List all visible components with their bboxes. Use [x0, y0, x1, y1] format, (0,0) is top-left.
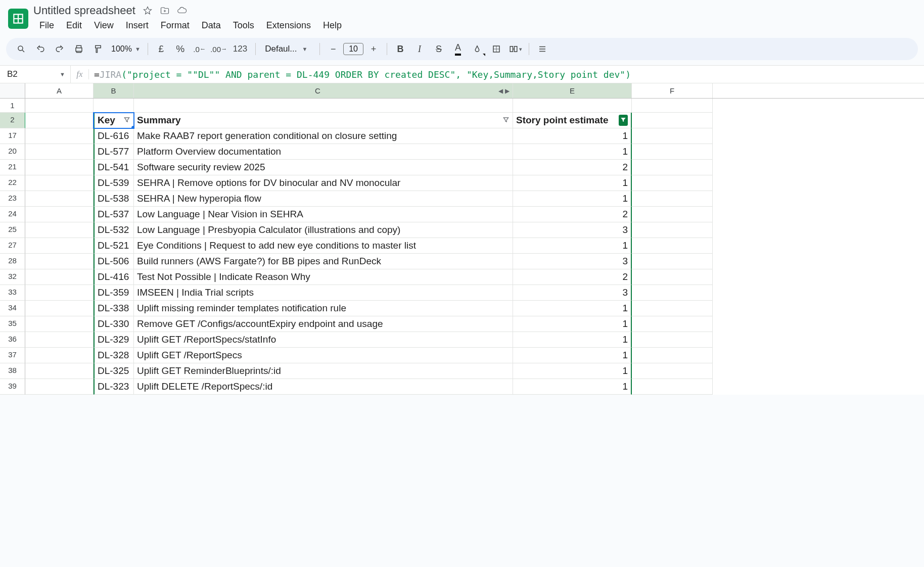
menu-view[interactable]: View	[88, 18, 120, 33]
cell-empty[interactable]	[25, 222, 94, 238]
decrease-font-size-button[interactable]: −	[324, 41, 342, 57]
row-header[interactable]: 21	[0, 160, 25, 175]
cell-empty[interactable]	[632, 363, 713, 379]
cell-empty[interactable]	[25, 160, 94, 175]
cell-empty[interactable]	[25, 254, 94, 269]
cell-summary[interactable]: Uplift DELETE /ReportSpecs/:id	[134, 379, 513, 395]
row-header[interactable]: 33	[0, 285, 25, 301]
row-header[interactable]: 1	[0, 99, 25, 113]
cell-empty[interactable]	[25, 363, 94, 379]
cell-sp[interactable]: 2	[513, 207, 632, 222]
cell-key[interactable]: DL-330	[94, 316, 134, 332]
cell-empty[interactable]	[25, 175, 94, 191]
cell-summary[interactable]: Make RAAB7 report generation conditional…	[134, 128, 513, 144]
row-header[interactable]: 38	[0, 363, 25, 379]
cell[interactable]	[513, 99, 632, 113]
borders-button[interactable]	[487, 41, 505, 57]
cell-summary[interactable]: Platform Overview documentation	[134, 144, 513, 160]
paint-format-icon[interactable]	[89, 41, 107, 57]
col-header-e[interactable]: E	[513, 83, 632, 98]
cell-empty[interactable]	[25, 144, 94, 160]
row-header[interactable]: 39	[0, 379, 25, 395]
move-icon[interactable]	[160, 6, 170, 16]
star-icon[interactable]	[143, 6, 153, 16]
fill-color-button[interactable]	[468, 41, 486, 57]
cell-empty[interactable]	[632, 332, 713, 348]
cell-sp[interactable]: 1	[513, 175, 632, 191]
menu-data[interactable]: Data	[196, 18, 227, 33]
cell-empty[interactable]	[632, 285, 713, 301]
menu-format[interactable]: Format	[155, 18, 196, 33]
cell-sp[interactable]: 1	[513, 363, 632, 379]
cell-empty[interactable]	[632, 254, 713, 269]
cell-key[interactable]: DL-329	[94, 332, 134, 348]
cell-empty[interactable]	[25, 379, 94, 395]
cell-key[interactable]: DL-506	[94, 254, 134, 269]
cell-key[interactable]: DL-532	[94, 222, 134, 238]
cell-summary[interactable]: Test Not Possible | Indicate Reason Why	[134, 269, 513, 285]
cell-key[interactable]: DL-325	[94, 363, 134, 379]
cell-empty[interactable]	[632, 301, 713, 316]
cell-empty[interactable]	[632, 191, 713, 207]
header-summary-cell[interactable]: Summary	[134, 113, 513, 128]
cell-empty[interactable]	[25, 191, 94, 207]
col-header-a[interactable]: A	[25, 83, 94, 98]
strikethrough-button[interactable]: S	[430, 41, 448, 57]
menu-edit[interactable]: Edit	[60, 18, 88, 33]
cell-empty[interactable]	[632, 238, 713, 254]
cell-sp[interactable]: 1	[513, 238, 632, 254]
cell-sp[interactable]: 2	[513, 269, 632, 285]
menu-tools[interactable]: Tools	[227, 18, 260, 33]
cell-empty[interactable]	[25, 332, 94, 348]
cell-summary[interactable]: Software security review 2025	[134, 160, 513, 175]
print-icon[interactable]	[70, 41, 88, 57]
cell-key[interactable]: DL-416	[94, 269, 134, 285]
undo-icon[interactable]	[31, 41, 50, 57]
cloud-status-icon[interactable]	[177, 6, 187, 16]
sheets-logo[interactable]	[8, 9, 28, 29]
hidden-col-indicator[interactable]: ◀▶	[498, 87, 510, 94]
cell-empty[interactable]	[632, 379, 713, 395]
cell-summary[interactable]: Uplift GET /ReportSpecs/statInfo	[134, 332, 513, 348]
row-header[interactable]: 23	[0, 191, 25, 207]
cell-empty[interactable]	[632, 269, 713, 285]
cell-summary[interactable]: Uplift GET ReminderBlueprints/:id	[134, 363, 513, 379]
filter-active-icon[interactable]	[619, 115, 628, 126]
more-formats-button[interactable]: 123	[229, 41, 251, 57]
row-header[interactable]: 17	[0, 128, 25, 144]
cell-key[interactable]: DL-359	[94, 285, 134, 301]
redo-icon[interactable]	[51, 41, 69, 57]
col-header-b[interactable]: B	[94, 83, 134, 98]
formula-bar[interactable]: =JIRA("project = ""DL"" AND parent = DL-…	[89, 69, 924, 80]
cell-summary[interactable]: SEHRA | Remove options for DV binocular …	[134, 175, 513, 191]
cell-empty[interactable]	[632, 316, 713, 332]
row-header[interactable]: 20	[0, 144, 25, 160]
cell-empty[interactable]	[25, 269, 94, 285]
cell-empty[interactable]	[632, 113, 713, 128]
cell[interactable]	[94, 99, 134, 113]
search-icon[interactable]	[12, 41, 30, 57]
cell-empty[interactable]	[25, 113, 94, 128]
text-color-button[interactable]: A	[449, 41, 467, 57]
menu-insert[interactable]: Insert	[120, 18, 155, 33]
cell[interactable]	[134, 99, 513, 113]
cell-sp[interactable]: 1	[513, 191, 632, 207]
cell-sp[interactable]: 1	[513, 128, 632, 144]
filter-icon[interactable]	[123, 115, 130, 126]
menu-extensions[interactable]: Extensions	[260, 18, 317, 33]
cell-sp[interactable]: 1	[513, 379, 632, 395]
header-key-cell[interactable]: Key	[94, 113, 134, 128]
row-header[interactable]: 22	[0, 175, 25, 191]
document-title[interactable]: Untitled spreadsheet	[33, 4, 135, 17]
cell-empty[interactable]	[25, 316, 94, 332]
spreadsheet-grid[interactable]: A B C ◀▶ E F 1 2 Key Summary Story point…	[0, 83, 924, 395]
cell-summary[interactable]: Low Language | Near Vision in SEHRA	[134, 207, 513, 222]
horizontal-align-button[interactable]	[533, 41, 551, 57]
cell-key[interactable]: DL-323	[94, 379, 134, 395]
cell-empty[interactable]	[632, 128, 713, 144]
font-family-select[interactable]: Defaul... ▼	[260, 44, 315, 54]
header-sp-cell[interactable]: Story point estimate	[513, 113, 632, 128]
cell-empty[interactable]	[632, 207, 713, 222]
cell-empty[interactable]	[632, 175, 713, 191]
cell-key[interactable]: DL-538	[94, 191, 134, 207]
